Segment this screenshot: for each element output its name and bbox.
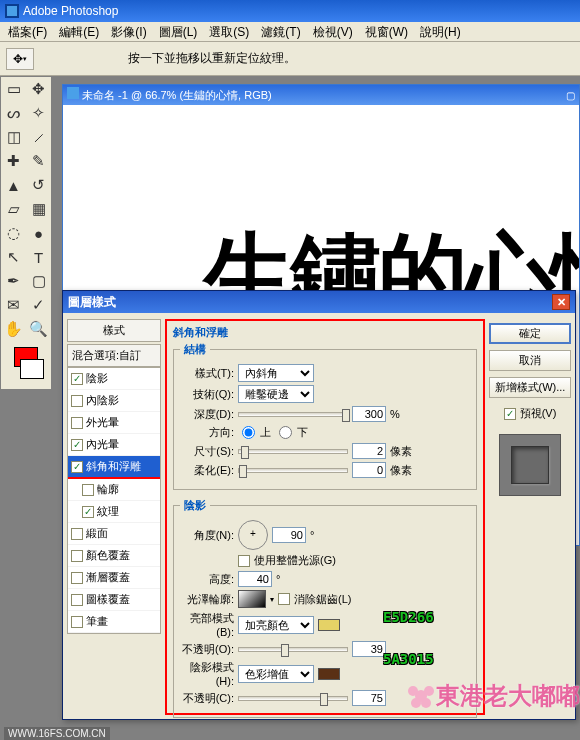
blend-options[interactable]: 混合選項:自訂 [67, 344, 161, 367]
dodge-tool-icon[interactable]: ● [26, 221, 51, 245]
gradient-tool-icon[interactable]: ▦ [26, 197, 51, 221]
angle-dial[interactable] [238, 520, 268, 550]
menu-view[interactable]: 檢視(V) [307, 22, 359, 41]
lasso-tool-icon[interactable]: ᔕ [1, 101, 26, 125]
dialog-titlebar[interactable]: 圖層樣式 ✕ [63, 291, 575, 313]
shading-title: 陰影 [180, 498, 210, 513]
style-item-5[interactable]: 輪廓 [68, 479, 160, 501]
style-checkbox[interactable] [71, 550, 83, 562]
style-item-9[interactable]: 漸層覆蓋 [68, 567, 160, 589]
highlight-color-swatch[interactable] [318, 619, 340, 631]
close-button[interactable]: ✕ [552, 294, 570, 310]
stamp-tool-icon[interactable]: ▲ [1, 173, 26, 197]
style-item-7[interactable]: 緞面 [68, 523, 160, 545]
style-checkbox[interactable]: ✓ [71, 373, 83, 385]
style-item-2[interactable]: 外光暈 [68, 412, 160, 434]
style-item-label: 漸層覆蓋 [86, 570, 130, 585]
style-checkbox[interactable] [71, 572, 83, 584]
style-item-6[interactable]: ✓紋理 [68, 501, 160, 523]
style-item-label: 外光暈 [86, 415, 119, 430]
highlight-mode-select[interactable]: 加亮顏色 [238, 616, 314, 634]
style-select[interactable]: 內斜角 [238, 364, 314, 382]
path-tool-icon[interactable]: ↖ [1, 245, 26, 269]
size-slider[interactable] [238, 449, 348, 454]
eraser-tool-icon[interactable]: ▱ [1, 197, 26, 221]
pen-tool-icon[interactable]: ✒ [1, 269, 26, 293]
direction-up-radio[interactable] [242, 426, 255, 439]
style-item-1[interactable]: 內陰影 [68, 390, 160, 412]
history-brush-icon[interactable]: ↺ [26, 173, 51, 197]
move-tool-icon[interactable]: ✥▾ [6, 48, 34, 70]
style-checkbox[interactable] [71, 528, 83, 540]
menu-select[interactable]: 選取(S) [203, 22, 255, 41]
new-style-button[interactable]: 新增樣式(W)... [489, 377, 571, 398]
style-item-11[interactable]: 筆畫 [68, 611, 160, 633]
menu-file[interactable]: 檔案(F) [2, 22, 53, 41]
doc-controls[interactable]: ▢ [566, 90, 575, 101]
style-checkbox[interactable] [71, 417, 83, 429]
style-item-10[interactable]: 圖樣覆蓋 [68, 589, 160, 611]
type-tool-icon[interactable]: T [26, 245, 51, 269]
background-swatch[interactable] [20, 359, 44, 379]
move-tool-icon[interactable]: ✥ [26, 77, 51, 101]
style-checkbox[interactable]: ✓ [82, 506, 94, 518]
shape-tool-icon[interactable]: ▢ [26, 269, 51, 293]
style-checkbox[interactable]: ✓ [71, 461, 83, 473]
menu-layer[interactable]: 圖層(L) [153, 22, 204, 41]
altitude-input[interactable] [238, 571, 272, 587]
size-input[interactable] [352, 443, 386, 459]
global-light-checkbox[interactable] [238, 555, 250, 567]
depth-input[interactable] [352, 406, 386, 422]
direction-down-radio[interactable] [279, 426, 292, 439]
structure-title: 結構 [180, 342, 210, 357]
menu-window[interactable]: 視窗(W) [359, 22, 414, 41]
marquee-tool-icon[interactable]: ▭ [1, 77, 26, 101]
style-item-8[interactable]: 顏色覆蓋 [68, 545, 160, 567]
sh-opacity-input[interactable] [352, 690, 386, 706]
blur-tool-icon[interactable]: ◌ [1, 221, 26, 245]
sh-opacity-slider[interactable] [238, 696, 348, 701]
antialias-checkbox[interactable] [278, 593, 290, 605]
preview-thumb [511, 446, 549, 484]
eyedropper-icon[interactable]: ✓ [26, 293, 51, 317]
shadow-mode-select[interactable]: 色彩增值 [238, 665, 314, 683]
hand-tool-icon[interactable]: ✋ [1, 317, 26, 341]
crop-tool-icon[interactable]: ◫ [1, 125, 26, 149]
chevron-down-icon[interactable]: ▾ [270, 595, 274, 604]
soften-unit: 像素 [390, 463, 412, 478]
slice-tool-icon[interactable]: ⟋ [26, 125, 51, 149]
actions-column: 確定 取消 新增樣式(W)... ✓ 預視(V) [489, 319, 571, 715]
depth-slider[interactable] [238, 412, 348, 417]
doc-titlebar[interactable]: 未命名 -1 @ 66.7% (生鏽的心情, RGB) ▢ [63, 85, 579, 105]
zoom-tool-icon[interactable]: 🔍 [26, 317, 51, 341]
soften-slider[interactable] [238, 468, 348, 473]
heal-tool-icon[interactable]: ✚ [1, 149, 26, 173]
hl-opacity-input[interactable] [352, 641, 386, 657]
notes-tool-icon[interactable]: ✉ [1, 293, 26, 317]
preview-checkbox[interactable]: ✓ [504, 408, 516, 420]
style-checkbox[interactable] [71, 594, 83, 606]
ok-button[interactable]: 確定 [489, 323, 571, 344]
cancel-button[interactable]: 取消 [489, 350, 571, 371]
style-checkbox[interactable] [71, 616, 83, 628]
style-checkbox[interactable]: ✓ [71, 439, 83, 451]
menu-help[interactable]: 說明(H) [414, 22, 467, 41]
wand-tool-icon[interactable]: ✧ [26, 101, 51, 125]
style-item-4[interactable]: ✓斜角和浮雕 [68, 456, 160, 479]
shadow-color-swatch[interactable] [318, 668, 340, 680]
brush-tool-icon[interactable]: ✎ [26, 149, 51, 173]
style-item-0[interactable]: ✓陰影 [68, 368, 160, 390]
hl-opacity-slider[interactable] [238, 647, 348, 652]
menu-edit[interactable]: 編輯(E) [53, 22, 105, 41]
menu-image[interactable]: 影像(I) [105, 22, 152, 41]
style-item-label: 陰影 [86, 371, 108, 386]
style-checkbox[interactable] [71, 395, 83, 407]
technique-select[interactable]: 雕鑿硬邊 [238, 385, 314, 403]
styles-header[interactable]: 樣式 [67, 319, 161, 342]
style-checkbox[interactable] [82, 484, 94, 496]
menu-filter[interactable]: 濾鏡(T) [255, 22, 306, 41]
angle-input[interactable] [272, 527, 306, 543]
gloss-contour[interactable] [238, 590, 266, 608]
soften-input[interactable] [352, 462, 386, 478]
style-item-3[interactable]: ✓內光暈 [68, 434, 160, 456]
